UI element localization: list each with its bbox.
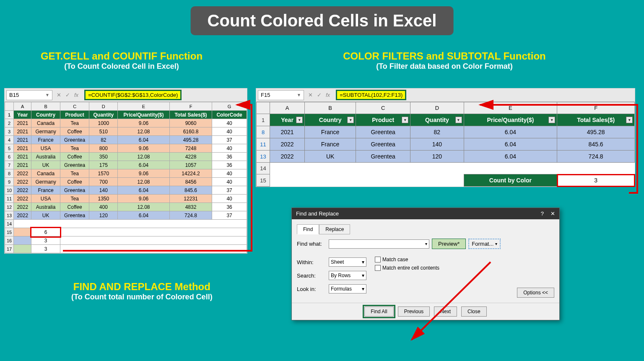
help-icon[interactable]: ? xyxy=(541,210,544,217)
cell[interactable]: 2021 xyxy=(14,127,31,136)
cell[interactable]: Germany xyxy=(31,127,60,136)
table-header[interactable]: Country xyxy=(31,111,60,119)
cell[interactable]: 40 xyxy=(212,127,247,136)
table-header[interactable]: Product▾ xyxy=(356,114,410,126)
cell[interactable]: Greentea xyxy=(356,151,410,163)
cell[interactable]: 2021 xyxy=(14,136,31,144)
cell[interactable]: 6.04 xyxy=(118,186,170,195)
cell[interactable]: 37 xyxy=(212,211,247,220)
chevron-down-icon[interactable]: ▾ xyxy=(362,259,364,265)
cell[interactable]: 2021 xyxy=(14,144,31,153)
cell[interactable]: 6.04 xyxy=(464,126,557,138)
row-header[interactable]: 11 xyxy=(257,138,270,151)
cell[interactable]: 12231 xyxy=(169,195,212,203)
table-header[interactable]: Quantity▾ xyxy=(410,114,464,126)
cell[interactable]: 140 xyxy=(410,138,464,151)
cell[interactable]: Greentea xyxy=(356,138,410,151)
cancel-icon[interactable]: ✕ xyxy=(308,92,313,98)
cell[interactable]: Greentea xyxy=(60,186,89,195)
cell[interactable]: 40 xyxy=(212,195,247,203)
cell[interactable]: 9.06 xyxy=(118,144,170,153)
cell[interactable]: 2022 xyxy=(14,211,31,220)
table-header[interactable]: Quantity xyxy=(89,111,118,119)
filter-icon[interactable]: ▾ xyxy=(402,117,408,123)
cell[interactable]: 510 xyxy=(89,127,118,136)
next-button[interactable]: Next xyxy=(434,306,457,317)
fx-icon[interactable]: fx xyxy=(326,92,330,98)
cell[interactable]: Australia xyxy=(31,153,60,161)
previous-button[interactable]: Previous xyxy=(398,306,430,317)
table-header[interactable]: Price/Quantity($) xyxy=(118,111,170,119)
cell[interactable]: 7248 xyxy=(169,144,212,153)
filter-icon[interactable]: ▾ xyxy=(296,117,303,123)
formula-input-right[interactable]: =SUBTOTAL(102,F2:F13) xyxy=(336,90,406,100)
cell[interactable]: Canada xyxy=(31,119,60,127)
col-header[interactable]: C xyxy=(356,102,410,114)
table-header[interactable]: Price/Quantity($)▾ xyxy=(464,114,557,126)
cell[interactable]: 2022 xyxy=(14,186,31,195)
cell[interactable]: 2022 xyxy=(270,151,305,163)
cell[interactable]: 6160.8 xyxy=(169,127,212,136)
cell[interactable]: UK xyxy=(305,151,356,163)
table-header[interactable]: ColorCode xyxy=(212,111,247,119)
preview-button[interactable]: Preview* xyxy=(432,239,466,249)
row-header[interactable]: 3 xyxy=(5,127,14,136)
chevron-down-icon[interactable]: ▾ xyxy=(362,286,364,292)
table-header[interactable]: Year▾ xyxy=(270,114,305,126)
cell[interactable]: Australia xyxy=(31,203,60,211)
cell[interactable]: 37 xyxy=(212,186,247,195)
cell[interactable]: 2022 xyxy=(14,203,31,211)
row-header[interactable]: 9 xyxy=(5,178,14,186)
cell[interactable]: Greentea xyxy=(60,161,89,169)
within-select[interactable]: Sheet▾ xyxy=(329,257,366,267)
result-cell-17[interactable]: 3 xyxy=(31,245,60,253)
col-header[interactable]: A xyxy=(270,102,305,114)
options-button[interactable]: Options << xyxy=(517,288,554,298)
enter-icon[interactable]: ✓ xyxy=(317,92,322,98)
row-header[interactable]: 10 xyxy=(5,186,14,195)
cell[interactable]: 1000 xyxy=(89,119,118,127)
formula-input[interactable]: =COUNTIF($G$2:$G$13,ColorCode) xyxy=(84,90,182,100)
cell[interactable]: 4228 xyxy=(169,153,212,161)
cell[interactable]: 175 xyxy=(89,161,118,169)
cell[interactable]: Greentea xyxy=(60,136,89,144)
lookin-select[interactable]: Formulas▾ xyxy=(329,284,366,293)
tab-find[interactable]: Find xyxy=(297,224,319,234)
find-all-button[interactable]: Find All xyxy=(364,306,393,317)
col-header[interactable]: G xyxy=(212,102,247,111)
cell[interactable]: Tea xyxy=(60,195,89,203)
cell[interactable]: 2022 xyxy=(14,195,31,203)
cell[interactable]: 9.06 xyxy=(118,169,170,178)
cell[interactable]: Greentea xyxy=(60,211,89,220)
cell[interactable]: 9.06 xyxy=(118,119,170,127)
table-header[interactable]: Total Sales($)▾ xyxy=(557,114,635,126)
cell[interactable]: 9.06 xyxy=(118,195,170,203)
filter-icon[interactable]: ▾ xyxy=(455,117,462,123)
cell[interactable]: 800 xyxy=(89,144,118,153)
match-case-checkbox[interactable]: Match case xyxy=(375,257,439,262)
cell[interactable]: 120 xyxy=(89,211,118,220)
cell[interactable]: Coffee xyxy=(60,203,89,211)
row-header[interactable]: 5 xyxy=(5,144,14,153)
cell[interactable]: 400 xyxy=(89,203,118,211)
cell[interactable]: 495.28 xyxy=(169,136,212,144)
col-header[interactable]: B xyxy=(305,102,356,114)
cell[interactable]: 724.8 xyxy=(557,151,635,163)
cell[interactable]: 2021 xyxy=(14,119,31,127)
row-header[interactable]: 2 xyxy=(5,119,14,127)
cell[interactable]: 40 xyxy=(212,144,247,153)
col-header[interactable]: B xyxy=(31,102,60,111)
row-header[interactable]: 8 xyxy=(257,126,270,138)
cell[interactable]: 2022 xyxy=(14,169,31,178)
cell[interactable]: 700 xyxy=(89,178,118,186)
cell[interactable]: 37 xyxy=(212,136,247,144)
count-result[interactable]: 3 xyxy=(557,174,635,187)
cell[interactable]: 36 xyxy=(212,203,247,211)
cell[interactable]: 12.08 xyxy=(118,153,170,161)
cell[interactable]: 6.04 xyxy=(118,161,170,169)
cell[interactable]: Canada xyxy=(31,169,60,178)
enter-icon[interactable]: ✓ xyxy=(65,92,70,98)
cell[interactable]: 40 xyxy=(212,119,247,127)
cell[interactable]: UK xyxy=(31,161,60,169)
cell[interactable]: 82 xyxy=(89,136,118,144)
